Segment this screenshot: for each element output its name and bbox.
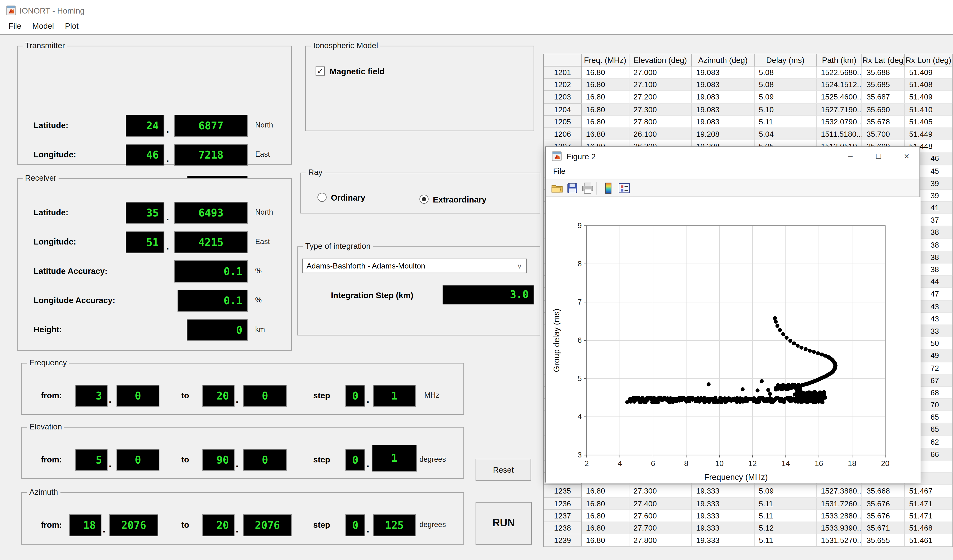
table-cell[interactable]: 1532.0790... [816,116,862,128]
table-cell[interactable]: 1511.5180... [816,128,862,140]
table-rownum-cell[interactable]: 1202 [544,79,582,91]
table-cell[interactable]: 19.333 [692,485,754,498]
table-cell[interactable]: 16.80 [582,128,629,140]
table-header-cell[interactable]: Delay (ms) [754,54,816,66]
table-cell[interactable]: 19.083 [692,116,754,128]
elev-step-frac-field[interactable]: 1 [372,445,417,472]
table-row[interactable]: 123616.8027.40019.3335.111531.7260...35.… [544,498,952,510]
table-cell[interactable]: 1527.7190... [816,104,862,116]
figure-title-bar[interactable]: Figure 2 –□× [546,147,919,165]
azim-to-int-field[interactable]: 20 [202,514,234,536]
table-cell[interactable]: 51.467 [905,485,953,498]
table-row[interactable]: 120616.8026.10019.2085.041511.5180...35.… [544,128,952,140]
integration-step-field[interactable]: 3.0 [442,285,534,304]
table-cell[interactable]: 16.80 [582,498,629,510]
menu-file[interactable]: File [9,20,27,32]
table-header-cell[interactable]: Rx Lon (deg) [905,54,953,66]
azim-step-int-field[interactable]: 0 [346,514,365,536]
table-cell[interactable]: 16.80 [582,67,629,79]
table-cell[interactable]: 5.11 [754,534,816,547]
table-cell[interactable]: 35.685 [862,79,905,91]
table-cell[interactable]: 51.409 [905,67,953,79]
table-rownum-cell[interactable]: 1236 [544,498,582,510]
table-cell[interactable]: 27.400 [629,498,692,510]
table-cell[interactable]: 27.300 [629,104,692,116]
table-cell[interactable]: 27.800 [629,534,692,547]
table-cell[interactable]: 1525.4600... [816,91,862,104]
freq-from-int-field[interactable]: 3 [75,385,107,407]
table-rownum-cell[interactable]: 1203 [544,91,582,104]
table-cell[interactable]: 35.655 [862,534,905,547]
azim-to-frac-field[interactable]: 2076 [243,514,292,536]
legend-icon[interactable] [618,182,630,195]
rx-lat-accuracy-field[interactable]: 0.1 [174,260,248,283]
tx-latitude-frac-field[interactable]: 6877 [174,114,248,137]
table-cell[interactable]: 16.80 [582,91,629,104]
table-cell[interactable]: 16.80 [582,534,629,547]
table-cell[interactable]: 5.04 [754,128,816,140]
table-cell[interactable]: 5.10 [754,104,816,116]
table-header-cell[interactable]: Path (km) [816,54,862,66]
table-rownum-cell[interactable]: 1204 [544,104,582,116]
table-cell[interactable]: 1524.1512... [816,79,862,91]
table-cell[interactable]: 27.000 [629,67,692,79]
table-header-cell[interactable]: Elevation (deg) [629,54,692,66]
table-rownum-cell[interactable]: 1237 [544,510,582,522]
table-header-cell[interactable] [544,54,582,66]
elev-from-int-field[interactable]: 5 [75,449,107,471]
table-cell[interactable]: 19.083 [692,67,754,79]
integration-method-dropdown[interactable]: Adams-Bashforth - Adams-Moulton ∨ [302,258,527,273]
table-cell[interactable]: 19.083 [692,79,754,91]
table-cell[interactable]: 35.671 [862,522,905,534]
run-button[interactable]: RUN [476,502,532,545]
figure-menu-file[interactable]: File [553,167,565,176]
table-cell[interactable]: 1531.5270... [816,534,862,547]
table-cell[interactable]: 51.449 [905,128,953,140]
rx-height-field[interactable]: 0 [187,319,248,341]
tx-latitude-int-field[interactable]: 24 [126,114,164,137]
table-cell[interactable]: 16.80 [582,485,629,498]
rx-latitude-int-field[interactable]: 35 [126,202,164,224]
colorbar-icon[interactable] [602,182,615,195]
freq-to-int-field[interactable]: 20 [202,385,234,407]
table-cell[interactable]: 35.687 [862,91,905,104]
table-row[interactable]: 120116.8027.00019.0835.081522.5680...35.… [544,67,952,79]
table-header-cell[interactable]: Azimuth (deg) [692,54,754,66]
table-row[interactable]: 123516.8027.30019.3335.091527.3880...35.… [544,485,952,498]
table-cell[interactable]: 19.083 [692,91,754,104]
table-row[interactable]: 120516.8027.80019.0835.111532.0790...35.… [544,116,952,128]
table-cell[interactable]: 5.12 [754,522,816,534]
elev-to-int-field[interactable]: 90 [202,449,234,471]
menu-model[interactable]: Model [32,20,59,32]
table-cell[interactable]: 51.471 [905,498,953,510]
reset-button[interactable]: Reset [476,459,531,481]
rx-longitude-int-field[interactable]: 51 [126,231,164,253]
table-cell[interactable]: 35.668 [862,485,905,498]
table-cell[interactable]: 19.333 [692,534,754,547]
table-cell[interactable]: 27.200 [629,91,692,104]
table-cell[interactable]: 5.09 [754,91,816,104]
ray-radio-ordinary[interactable] [317,193,327,202]
table-row[interactable]: 120316.8027.20019.0835.091525.4600...35.… [544,91,952,104]
table-rownum-cell[interactable]: 1205 [544,116,582,128]
maximize-button[interactable]: □ [865,147,892,165]
freq-step-frac-field[interactable]: 1 [373,385,416,407]
table-cell[interactable]: 19.333 [692,510,754,522]
tx-longitude-frac-field[interactable]: 7218 [174,144,248,166]
table-cell[interactable]: 27.800 [629,116,692,128]
freq-from-frac-field[interactable]: 0 [116,385,160,407]
table-cell[interactable]: 27.300 [629,485,692,498]
table-cell[interactable]: 51.461 [905,534,953,547]
table-cell[interactable]: 1533.9390... [816,522,862,534]
table-cell[interactable]: 51.409 [905,91,953,104]
table-rownum-cell[interactable]: 1201 [544,67,582,79]
table-cell[interactable]: 35.688 [862,67,905,79]
table-cell[interactable]: 5.08 [754,67,816,79]
elev-step-int-field[interactable]: 0 [346,449,365,471]
table-rownum-cell[interactable]: 1206 [544,128,582,140]
table-cell[interactable]: 19.208 [692,128,754,140]
print-icon[interactable] [581,182,594,195]
table-cell[interactable]: 19.083 [692,104,754,116]
table-cell[interactable]: 5.11 [754,510,816,522]
menu-plot[interactable]: Plot [65,20,84,32]
